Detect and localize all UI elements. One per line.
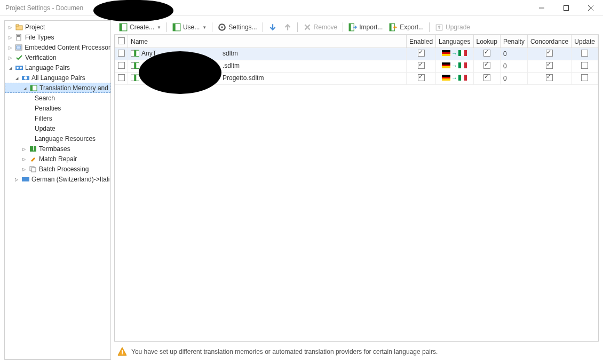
svg-point-15 <box>24 76 27 80</box>
tree-update[interactable]: Update <box>5 123 110 133</box>
tree-lang-resources[interactable]: Language Resources <box>5 133 110 144</box>
create-icon <box>119 23 128 31</box>
concordance-checkbox[interactable] <box>546 50 553 57</box>
col-update[interactable]: Update <box>572 35 598 48</box>
col-enabled[interactable]: Enabled <box>407 35 436 48</box>
tree-all-language-pairs[interactable]: All Language Pairs <box>5 73 110 83</box>
tree-german-swiss[interactable]: German (Switzerland)->Itali <box>5 174 110 184</box>
lookup-checkbox[interactable] <box>483 50 490 57</box>
arrow-right-icon: → <box>451 50 457 57</box>
svg-rect-44 <box>134 75 136 81</box>
update-checkbox[interactable] <box>581 74 588 81</box>
import-button[interactable]: Import... <box>346 21 385 33</box>
svg-text:T: T <box>31 146 36 152</box>
move-down-button[interactable] <box>266 21 280 33</box>
arrow-up-icon <box>283 23 292 31</box>
enabled-checkbox[interactable] <box>418 62 425 69</box>
dropdown-icon: ▼ <box>157 25 161 30</box>
arrow-right-icon: → <box>451 62 457 69</box>
upgrade-icon <box>435 23 443 31</box>
enabled-checkbox[interactable] <box>418 74 425 81</box>
upgrade-button[interactable]: Upgrade <box>432 21 473 33</box>
col-check[interactable] <box>115 35 128 48</box>
lookup-checkbox[interactable] <box>483 74 490 81</box>
use-button[interactable]: Use...▼ <box>170 21 209 33</box>
tree-match-repair[interactable]: Match Repair <box>5 154 110 164</box>
tree-project[interactable]: Project <box>5 22 110 32</box>
row-checkbox[interactable] <box>118 50 125 57</box>
svg-rect-22 <box>22 177 29 181</box>
tree-embedded[interactable]: Embedded Content Processor <box>5 42 110 52</box>
tree-batch-processing[interactable]: Batch Processing <box>5 164 110 174</box>
tree-language-pairs[interactable]: Language Pairs <box>5 62 110 73</box>
col-lookup[interactable]: Lookup <box>473 35 500 48</box>
concordance-checkbox[interactable] <box>546 74 553 81</box>
remove-button[interactable]: Remove <box>300 21 340 33</box>
tree-termbases[interactable]: TTermbases <box>5 144 110 154</box>
tree-penalties[interactable]: Penalties <box>5 103 110 113</box>
language-pair: → <box>442 75 467 81</box>
import-icon <box>348 23 357 31</box>
svg-rect-8 <box>17 36 20 37</box>
create-button[interactable]: Create...▼ <box>116 21 164 33</box>
svg-rect-32 <box>349 23 351 31</box>
svg-rect-45 <box>122 350 123 353</box>
penalty-cell[interactable]: 0 <box>500 48 527 60</box>
project-icon <box>15 23 23 31</box>
language-pair: → <box>442 50 467 57</box>
svg-rect-1 <box>564 5 569 10</box>
toolbar: Create...▼ Use...▼ Settings... Remove Im… <box>114 20 599 35</box>
navigation-tree: Project File Types Embedded Content Proc… <box>4 20 111 360</box>
header-checkbox[interactable] <box>118 37 125 44</box>
tree-filters[interactable]: Filters <box>5 113 110 123</box>
lang-icon <box>21 176 30 183</box>
tree-verification[interactable]: Verification <box>5 52 110 62</box>
tm-icon <box>29 84 38 92</box>
svg-rect-41 <box>134 62 136 68</box>
penalty-cell[interactable]: 0 <box>500 73 527 85</box>
flag-de-icon <box>442 62 450 68</box>
row-name-suffix: sdltm <box>223 50 238 57</box>
redaction-blob <box>139 51 221 94</box>
row-checkbox[interactable] <box>118 74 125 81</box>
gear-icon <box>218 23 226 31</box>
file-icon <box>15 34 23 41</box>
update-checkbox[interactable] <box>581 62 588 69</box>
close-button[interactable] <box>578 0 603 16</box>
warning-icon <box>117 347 127 357</box>
row-name-suffix: Progetto.sdltm <box>223 74 264 82</box>
embedded-icon <box>15 44 23 51</box>
penalty-cell[interactable]: 0 <box>500 60 527 73</box>
col-concordance[interactable]: Concordance <box>527 35 571 48</box>
move-up-button[interactable] <box>281 21 295 33</box>
title-bar: Project Settings - Documen <box>0 0 603 16</box>
settings-button[interactable]: Settings... <box>215 21 259 33</box>
tree-file-types[interactable]: File Types <box>5 32 110 42</box>
tree-search[interactable]: Search <box>5 93 110 103</box>
svg-point-12 <box>17 67 19 69</box>
arrow-down-icon <box>268 23 277 31</box>
svg-point-28 <box>221 26 223 28</box>
minimize-button[interactable] <box>529 0 554 16</box>
arrow-right-icon: → <box>451 75 457 81</box>
maximize-button[interactable] <box>554 0 578 16</box>
row-checkbox[interactable] <box>118 62 125 69</box>
enabled-checkbox[interactable] <box>418 50 425 57</box>
col-languages[interactable]: Languages <box>436 35 473 48</box>
lang-icon <box>15 64 23 72</box>
svg-rect-17 <box>30 85 33 91</box>
footer-text: You have set up different translation me… <box>131 348 438 355</box>
concordance-checkbox[interactable] <box>546 62 553 69</box>
tree-translation-memory[interactable]: Translation Memory and <box>5 83 110 93</box>
svg-rect-26 <box>173 23 176 31</box>
termbase-icon: T <box>29 145 37 153</box>
export-button[interactable]: Export... <box>386 21 426 33</box>
flag-de-icon <box>442 75 450 81</box>
update-checkbox[interactable] <box>581 50 588 57</box>
col-penalty[interactable]: Penalty <box>500 35 527 48</box>
tm-file-icon <box>131 75 139 81</box>
lookup-checkbox[interactable] <box>483 62 490 69</box>
col-name[interactable]: Name <box>128 35 407 48</box>
svg-rect-7 <box>17 35 20 36</box>
svg-rect-24 <box>120 23 122 31</box>
